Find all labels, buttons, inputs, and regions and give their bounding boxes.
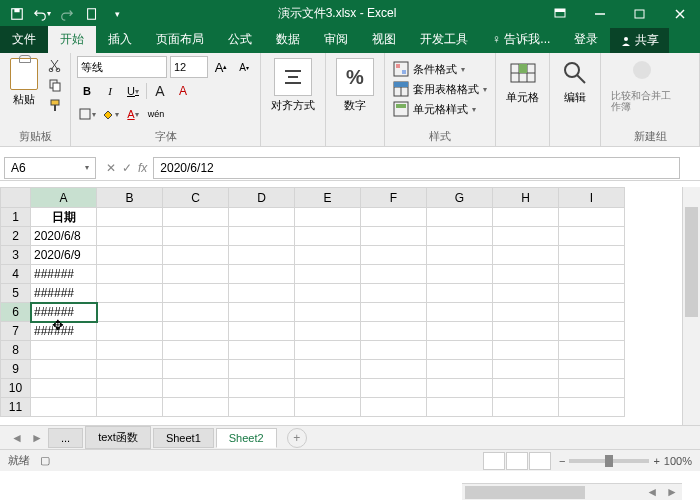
cell[interactable] [427,341,493,360]
cell[interactable] [229,265,295,284]
cell[interactable] [295,379,361,398]
cell[interactable] [229,322,295,341]
cell[interactable] [31,379,97,398]
fx-icon[interactable]: fx [138,161,147,175]
save-icon[interactable] [6,3,28,25]
cell[interactable] [295,284,361,303]
fill-color-icon[interactable]: ▾ [100,104,120,124]
zoom-level[interactable]: 100% [664,455,692,467]
decrease-font-icon[interactable]: A▾ [234,57,254,77]
cell[interactable] [97,379,163,398]
column-header[interactable]: I [559,188,625,208]
cell[interactable] [361,379,427,398]
close-icon[interactable] [660,0,700,27]
cell[interactable] [31,360,97,379]
cut-icon[interactable] [46,56,64,74]
cell[interactable] [31,341,97,360]
cell[interactable] [97,322,163,341]
ribbon-options-icon[interactable] [540,0,580,27]
font-color-icon[interactable]: A▾ [123,104,143,124]
compare-merge-button[interactable]: 比较和合并工作簿 [607,56,677,114]
view-normal-icon[interactable] [483,452,505,470]
cell[interactable] [163,398,229,417]
cell[interactable] [361,265,427,284]
font-color-a1[interactable]: A [150,81,170,101]
cell[interactable] [559,208,625,227]
cell[interactable] [295,322,361,341]
name-box[interactable]: A6▾ [4,157,96,179]
cell[interactable] [361,360,427,379]
cell[interactable] [427,265,493,284]
accept-formula-icon[interactable]: ✓ [122,161,132,175]
cell[interactable] [493,360,559,379]
macro-record-icon[interactable]: ▢ [40,454,50,467]
undo-icon[interactable]: ▾ [31,3,53,25]
zoom-slider[interactable] [569,459,649,463]
cell[interactable] [559,379,625,398]
bold-button[interactable]: B [77,81,97,101]
cell[interactable] [97,246,163,265]
tab-insert[interactable]: 插入 [96,26,144,53]
number-button[interactable]: % 数字 [332,56,378,115]
tab-layout[interactable]: 页面布局 [144,26,216,53]
cell[interactable] [493,341,559,360]
cell[interactable] [163,322,229,341]
cell[interactable] [559,227,625,246]
sheet-nav-next-icon[interactable]: ► [28,429,46,447]
font-color-a2[interactable]: A [173,81,193,101]
row-header[interactable]: 7 [1,322,31,341]
cell[interactable] [361,246,427,265]
cell[interactable] [493,227,559,246]
row-header[interactable]: 5 [1,284,31,303]
editing-button[interactable]: 编辑 [556,56,594,107]
cell[interactable] [229,360,295,379]
sheet-tab-ellipsis[interactable]: ... [48,428,83,448]
cell[interactable] [493,265,559,284]
column-header[interactable]: A [31,188,97,208]
cell[interactable] [427,246,493,265]
cell[interactable] [31,398,97,417]
cell[interactable] [493,398,559,417]
cell[interactable] [361,208,427,227]
phonetic-icon[interactable]: wén [146,104,166,124]
cell[interactable]: 2020/6/8 [31,227,97,246]
copy-icon[interactable] [46,76,64,94]
cell[interactable] [163,227,229,246]
border-icon[interactable]: ▾ [77,104,97,124]
cell[interactable] [163,246,229,265]
tab-home[interactable]: 开始 [48,26,96,53]
cell[interactable] [229,303,295,322]
column-header[interactable]: B [97,188,163,208]
cell[interactable] [229,208,295,227]
maximize-icon[interactable] [620,0,660,27]
column-header[interactable]: H [493,188,559,208]
cell[interactable] [559,303,625,322]
cell[interactable] [493,246,559,265]
sheet-tab-sheet2[interactable]: Sheet2 [216,428,277,448]
new-icon[interactable] [81,3,103,25]
cell[interactable] [295,341,361,360]
alignment-button[interactable]: 对齐方式 [267,56,319,115]
increase-font-icon[interactable]: A▴ [211,57,231,77]
row-header[interactable]: 1 [1,208,31,227]
select-all-corner[interactable] [1,188,31,208]
cell[interactable] [493,208,559,227]
cell[interactable]: ###### [31,265,97,284]
cell[interactable] [427,379,493,398]
cell-styles-button[interactable]: 单元格样式▾ [391,100,489,118]
column-header[interactable]: E [295,188,361,208]
cell[interactable] [97,303,163,322]
zoom-in-icon[interactable]: + [653,455,659,467]
cell[interactable] [559,246,625,265]
cell[interactable] [163,303,229,322]
row-header[interactable]: 11 [1,398,31,417]
cell[interactable] [427,398,493,417]
cell[interactable] [493,284,559,303]
cell[interactable] [229,246,295,265]
conditional-format-button[interactable]: 条件格式▾ [391,60,489,78]
cell[interactable] [163,379,229,398]
cell[interactable] [361,322,427,341]
cell[interactable] [229,341,295,360]
cell[interactable] [493,379,559,398]
cell[interactable] [229,284,295,303]
